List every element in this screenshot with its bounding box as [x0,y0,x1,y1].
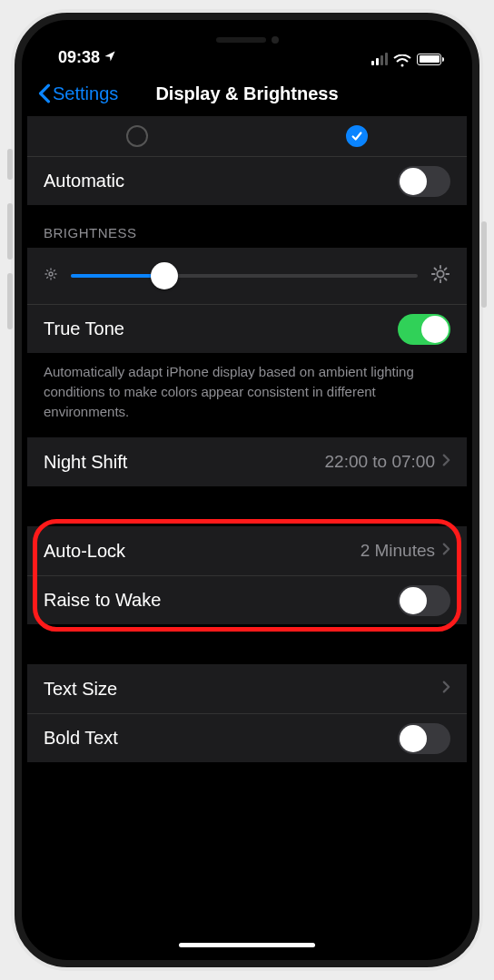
mute-switch [7,149,13,180]
svg-line-18 [445,268,447,270]
raise-to-wake-switch[interactable] [398,585,450,616]
device-frame: 09:38 Settings Display & B [11,9,483,971]
back-label: Settings [53,83,118,104]
battery-icon [417,54,441,65]
auto-lock-value: 2 Minutes [361,541,435,561]
true-tone-row[interactable]: True Tone [27,304,467,353]
appearance-light-radio[interactable] [126,125,148,147]
brightness-slider-row [27,248,467,304]
raise-to-wake-row[interactable]: Raise to Wake [27,575,467,624]
automatic-label: Automatic [44,171,124,191]
appearance-dark-radio[interactable] [346,125,368,147]
auto-lock-label: Auto-Lock [44,541,125,562]
bold-text-label: Bold Text [44,728,118,749]
svg-point-10 [437,270,443,277]
chevron-right-icon [442,679,450,699]
night-shift-value: 22:00 to 07:00 [325,452,436,472]
svg-line-17 [434,279,436,280]
true-tone-footer: Automatically adapt iPhone display based… [27,353,467,437]
svg-line-6 [47,270,48,271]
svg-line-9 [54,270,54,271]
bold-text-switch[interactable] [398,723,450,754]
check-icon [351,130,363,142]
chevron-right-icon [442,541,450,561]
volume-up [7,203,13,260]
sun-small-icon [44,267,58,285]
sun-large-icon [430,264,450,288]
automatic-row[interactable]: Automatic [27,156,467,205]
svg-line-8 [47,277,48,278]
raise-to-wake-label: Raise to Wake [44,590,161,611]
svg-line-15 [434,268,436,270]
nav-bar: Settings Display & Brightness [27,71,467,116]
automatic-switch[interactable] [398,166,450,197]
content: Automatic BRIGHTNESS True Tone [27,116,467,955]
brightness-header: BRIGHTNESS [27,205,467,248]
chevron-left-icon [38,83,51,103]
svg-point-1 [49,272,53,276]
signal-icon [371,53,388,65]
wifi-icon [393,53,411,65]
auto-lock-row[interactable]: Auto-Lock 2 Minutes [27,526,467,575]
screen: 09:38 Settings Display & B [27,25,467,955]
chevron-right-icon [442,452,450,472]
notch [152,25,342,54]
bold-text-row[interactable]: Bold Text [27,713,467,762]
svg-line-7 [54,277,54,278]
status-time: 09:38 [58,48,100,67]
night-shift-row[interactable]: Night Shift 22:00 to 07:00 [27,437,467,486]
text-size-row[interactable]: Text Size [27,664,467,713]
back-button[interactable]: Settings [38,83,118,104]
true-tone-label: True Tone [44,318,124,339]
power-button [481,221,487,308]
appearance-selector [27,116,467,156]
night-shift-label: Night Shift [44,452,127,473]
slider-thumb[interactable] [151,262,178,289]
home-indicator[interactable] [179,943,315,947]
true-tone-switch[interactable] [398,314,450,345]
svg-point-0 [401,64,404,67]
text-size-label: Text Size [44,679,117,700]
brightness-slider[interactable] [71,274,418,278]
svg-line-16 [445,279,447,280]
location-icon [104,48,116,67]
volume-down [7,273,13,329]
